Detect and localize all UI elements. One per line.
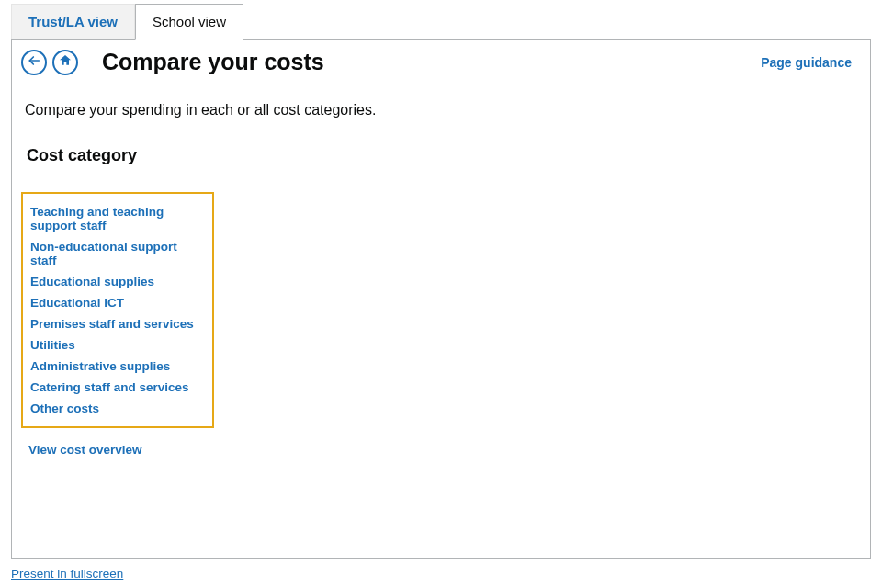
header-divider: [21, 85, 861, 85]
tab-trust-la[interactable]: Trust/LA view: [11, 4, 135, 39]
tab-school[interactable]: School view: [135, 4, 243, 40]
tab-bar: Trust/LA view School view: [0, 0, 882, 39]
section-title: Cost category: [21, 146, 861, 165]
header-row: Compare your costs Page guidance: [21, 49, 861, 85]
category-list: Teaching and teaching support staff Non-…: [21, 192, 214, 428]
intro-text: Compare your spending in each or all cos…: [21, 102, 861, 119]
page-guidance-link[interactable]: Page guidance: [761, 55, 852, 70]
main-panel: Compare your costs Page guidance Compare…: [11, 39, 871, 559]
category-link[interactable]: Educational supplies: [30, 271, 205, 292]
category-link[interactable]: Educational ICT: [30, 292, 205, 313]
category-link[interactable]: Other costs: [30, 398, 205, 419]
view-overview-link[interactable]: View cost overview: [21, 443, 861, 457]
category-link[interactable]: Catering staff and services: [30, 377, 205, 398]
home-icon: [58, 53, 73, 72]
category-link[interactable]: Premises staff and services: [30, 313, 205, 334]
category-link[interactable]: Utilities: [30, 334, 205, 356]
category-link[interactable]: Non-educational support staff: [30, 236, 205, 271]
header-left: Compare your costs: [21, 49, 324, 75]
category-link[interactable]: Administrative supplies: [30, 356, 205, 377]
section-divider: [27, 175, 288, 175]
back-button[interactable]: [21, 50, 47, 75]
home-button[interactable]: [52, 50, 78, 75]
category-link[interactable]: Teaching and teaching support staff: [30, 201, 205, 236]
arrow-left-icon: [27, 53, 41, 72]
present-fullscreen-link[interactable]: Present in fullscreen: [11, 567, 123, 581]
page-title: Compare your costs: [102, 49, 324, 75]
